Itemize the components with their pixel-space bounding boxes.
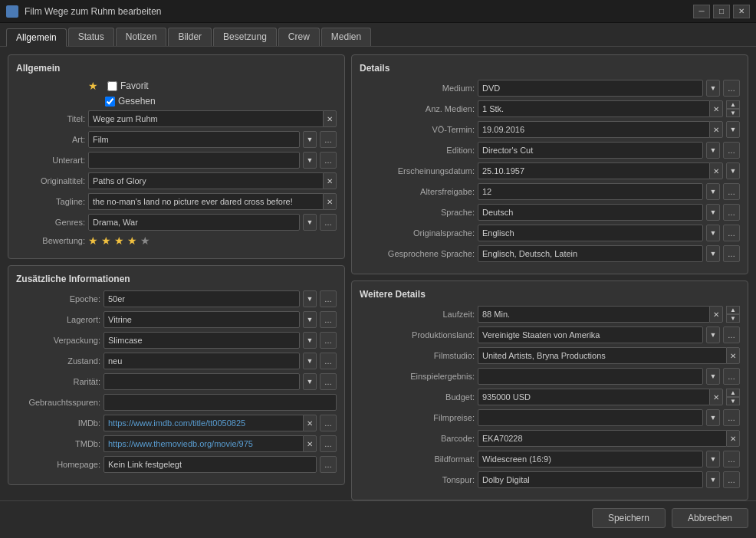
tmdb-more-button[interactable]: … bbox=[320, 435, 337, 452]
tmdb-input[interactable] bbox=[104, 435, 303, 452]
barcode-clear-button[interactable]: ✕ bbox=[726, 430, 740, 447]
altersfreigabe-dropdown-button[interactable]: ▼ bbox=[706, 183, 720, 200]
lagerort-more-button[interactable]: … bbox=[320, 311, 337, 328]
laufzeit-down-button[interactable]: ▼ bbox=[726, 314, 740, 323]
favorit-checkbox[interactable] bbox=[107, 81, 117, 91]
verpackung-more-button[interactable]: … bbox=[320, 332, 337, 349]
altersfreigabe-more-button[interactable]: … bbox=[723, 183, 740, 200]
close-button[interactable]: ✕ bbox=[733, 5, 750, 18]
vo-termin-dropdown-button[interactable]: ▼ bbox=[726, 121, 740, 138]
bildformat-more-button[interactable]: … bbox=[723, 451, 740, 467]
raritaet-more-button[interactable]: … bbox=[320, 373, 337, 390]
sprache-dropdown-button[interactable]: ▼ bbox=[706, 204, 720, 221]
tab-notizen[interactable]: Notizen bbox=[116, 28, 167, 46]
laufzeit-up-button[interactable]: ▲ bbox=[726, 306, 740, 314]
bildformat-dropdown-button[interactable]: ▼ bbox=[706, 451, 720, 467]
lagerort-select[interactable]: Vitrine bbox=[104, 311, 300, 328]
einspielergebnis-more-button[interactable]: … bbox=[723, 368, 740, 385]
anz-medien-up-button[interactable]: ▲ bbox=[726, 100, 740, 109]
medium-more-button[interactable]: … bbox=[723, 80, 740, 97]
produktionsland-select[interactable]: Vereinigte Staaten von Amerika bbox=[478, 326, 703, 343]
edition-select[interactable]: Director's Cut bbox=[478, 142, 703, 159]
budget-clear-button[interactable]: ✕ bbox=[709, 389, 723, 405]
sprache-more-button[interactable]: … bbox=[723, 204, 740, 221]
lagerort-dropdown-button[interactable]: ▼ bbox=[303, 311, 317, 328]
produktionsland-dropdown-button[interactable]: ▼ bbox=[706, 326, 720, 343]
raritaet-dropdown-button[interactable]: ▼ bbox=[303, 373, 317, 390]
originalsprache-dropdown-button[interactable]: ▼ bbox=[706, 225, 720, 241]
imdb-more-button[interactable]: … bbox=[320, 415, 337, 431]
tab-status[interactable]: Status bbox=[68, 28, 114, 46]
raritaet-select[interactable] bbox=[104, 373, 300, 390]
erscheinungsdatum-dropdown-button[interactable]: ▼ bbox=[726, 162, 740, 179]
tmdb-clear-button[interactable]: ✕ bbox=[303, 435, 317, 452]
filmpreise-select[interactable] bbox=[478, 409, 703, 426]
art-dropdown-button[interactable]: ▼ bbox=[303, 131, 317, 148]
star-1[interactable]: ★ bbox=[88, 235, 98, 247]
tab-allgemein[interactable]: Allgemein bbox=[6, 28, 67, 47]
verpackung-dropdown-button[interactable]: ▼ bbox=[303, 332, 317, 349]
save-button[interactable]: Speichern bbox=[592, 508, 666, 528]
originalsprache-more-button[interactable]: … bbox=[723, 225, 740, 241]
edition-more-button[interactable]: … bbox=[723, 142, 740, 159]
verpackung-select[interactable]: Slimcase bbox=[104, 332, 300, 349]
budget-up-button[interactable]: ▲ bbox=[726, 389, 740, 397]
erscheinungsdatum-clear-button[interactable]: ✕ bbox=[709, 162, 723, 179]
vo-termin-input[interactable] bbox=[478, 121, 709, 138]
unterart-more-button[interactable]: … bbox=[320, 152, 337, 169]
star-icon[interactable]: ★ bbox=[88, 80, 98, 92]
zustand-select[interactable]: neu bbox=[104, 353, 300, 369]
tonspur-dropdown-button[interactable]: ▼ bbox=[706, 471, 720, 488]
budget-input[interactable] bbox=[478, 389, 709, 405]
anz-medien-down-button[interactable]: ▼ bbox=[726, 109, 740, 117]
zustand-more-button[interactable]: … bbox=[320, 353, 337, 369]
star-2[interactable]: ★ bbox=[101, 235, 111, 247]
tonspur-more-button[interactable]: … bbox=[723, 471, 740, 488]
tagline-clear-button[interactable]: ✕ bbox=[323, 193, 337, 210]
gesprochene-select[interactable]: Englisch, Deutsch, Latein bbox=[478, 245, 703, 262]
genres-more-button[interactable]: … bbox=[320, 214, 337, 231]
imdb-clear-button[interactable]: ✕ bbox=[303, 415, 317, 431]
tab-medien[interactable]: Medien bbox=[321, 28, 371, 46]
tab-crew[interactable]: Crew bbox=[278, 28, 320, 46]
genres-dropdown-button[interactable]: ▼ bbox=[303, 214, 317, 231]
originalsprache-select[interactable]: Englisch bbox=[478, 225, 703, 241]
unterart-select[interactable] bbox=[88, 152, 300, 169]
art-select[interactable]: Film bbox=[88, 131, 300, 148]
epoche-more-button[interactable]: … bbox=[320, 290, 337, 307]
zustand-dropdown-button[interactable]: ▼ bbox=[303, 353, 317, 369]
cancel-button[interactable]: Abbrechen bbox=[672, 508, 748, 528]
epoche-dropdown-button[interactable]: ▼ bbox=[303, 290, 317, 307]
medium-dropdown-button[interactable]: ▼ bbox=[706, 80, 720, 97]
originaltitel-input[interactable] bbox=[88, 172, 323, 189]
gesprochene-more-button[interactable]: … bbox=[723, 245, 740, 262]
sprache-select[interactable]: Deutsch bbox=[478, 204, 703, 221]
epoche-select[interactable]: 50er bbox=[104, 290, 300, 307]
barcode-input[interactable] bbox=[478, 430, 726, 447]
gebrauchsspuren-input[interactable] bbox=[104, 394, 337, 411]
originaltitel-clear-button[interactable]: ✕ bbox=[323, 172, 337, 189]
titel-input[interactable] bbox=[88, 110, 323, 127]
anz-medien-clear-button[interactable]: ✕ bbox=[709, 100, 723, 117]
budget-down-button[interactable]: ▼ bbox=[726, 397, 740, 405]
laufzeit-clear-button[interactable]: ✕ bbox=[709, 306, 723, 323]
laufzeit-input[interactable] bbox=[478, 306, 709, 323]
star-3[interactable]: ★ bbox=[114, 235, 124, 247]
filmpreise-more-button[interactable]: … bbox=[723, 409, 740, 426]
produktionsland-more-button[interactable]: … bbox=[723, 326, 740, 343]
gesprochene-dropdown-button[interactable]: ▼ bbox=[706, 245, 720, 262]
filmstudio-input[interactable] bbox=[478, 347, 726, 364]
gesehen-checkbox[interactable] bbox=[105, 97, 115, 107]
art-more-button[interactable]: … bbox=[320, 131, 337, 148]
medium-select[interactable]: DVD bbox=[478, 80, 703, 97]
rating-stars[interactable]: ★ ★ ★ ★ ★ bbox=[88, 235, 150, 247]
tagline-input[interactable] bbox=[88, 193, 323, 210]
tab-besetzung[interactable]: Besetzung bbox=[213, 28, 277, 46]
homepage-more-button[interactable]: … bbox=[320, 456, 337, 473]
altersfreigabe-select[interactable]: 12 bbox=[478, 183, 703, 200]
vo-termin-clear-button[interactable]: ✕ bbox=[709, 121, 723, 138]
edition-dropdown-button[interactable]: ▼ bbox=[706, 142, 720, 159]
star-5[interactable]: ★ bbox=[140, 235, 150, 247]
tonspur-select[interactable]: Dolby Digital bbox=[478, 471, 703, 488]
bildformat-select[interactable]: Widescreen (16:9) bbox=[478, 451, 703, 467]
